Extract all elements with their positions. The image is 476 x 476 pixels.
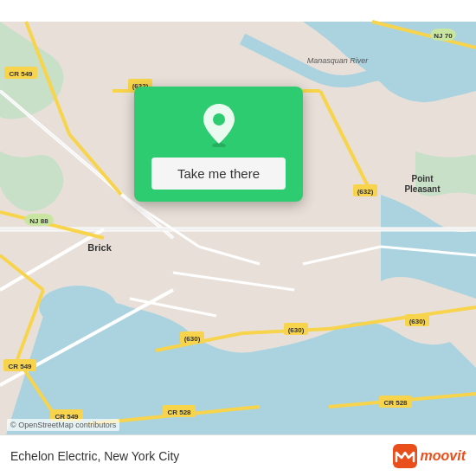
svg-text:CR 528: CR 528 xyxy=(167,408,191,416)
svg-text:NJ 70: NJ 70 xyxy=(434,32,453,40)
svg-text:Manasquan River: Manasquan River xyxy=(307,56,370,65)
svg-text:Point: Point xyxy=(412,174,434,183)
moovit-brand-name: moovit xyxy=(421,448,466,464)
location-name: Echelon Electric, New York City xyxy=(10,449,179,463)
svg-text:CR 549: CR 549 xyxy=(8,363,32,370)
svg-text:(630): (630) xyxy=(184,335,201,343)
take-me-there-button[interactable]: Take me there xyxy=(151,158,286,190)
svg-text:(630): (630) xyxy=(409,318,426,325)
moovit-brand-icon xyxy=(393,444,417,468)
map-background: CR 549 NJ 88 (632) (632) NJ 70 CR 549 (6… xyxy=(0,0,476,476)
svg-text:NJ 88: NJ 88 xyxy=(29,217,48,225)
svg-point-58 xyxy=(213,113,225,125)
popup-card: Take me there xyxy=(134,87,303,202)
moovit-logo: moovit xyxy=(393,444,466,468)
bottom-bar: Echelon Electric, New York City moovit xyxy=(0,434,476,476)
svg-text:CR 549: CR 549 xyxy=(9,70,33,78)
svg-text:CR 528: CR 528 xyxy=(383,399,408,407)
copyright-text: © OpenStreetMap contributors xyxy=(7,419,119,431)
map-container: CR 549 NJ 88 (632) (632) NJ 70 CR 549 (6… xyxy=(0,0,476,476)
svg-text:(630): (630) xyxy=(288,326,305,334)
svg-text:(632): (632) xyxy=(357,188,374,196)
svg-point-1 xyxy=(39,286,117,329)
location-pin-icon xyxy=(200,102,238,147)
svg-text:Pleasant: Pleasant xyxy=(404,184,441,194)
svg-text:Brick: Brick xyxy=(87,242,112,253)
